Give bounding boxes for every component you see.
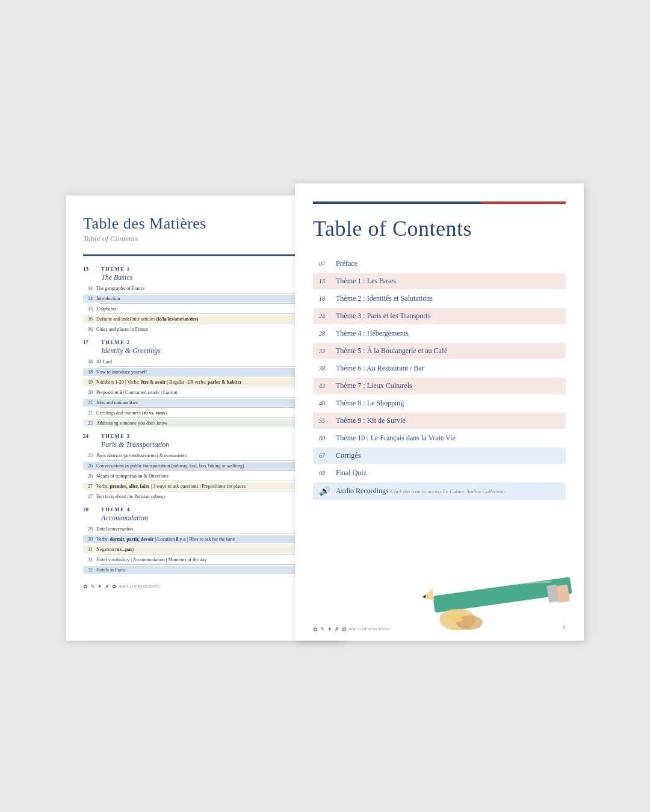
table-row: 26 Means of transportation & Directions (83, 472, 326, 480)
right-page: Table of Contents 07 Préface 13 Thème 1 … (295, 183, 584, 641)
list-item: 18 Thème 2 : Identités et Salutations (313, 291, 566, 307)
table-row: 21 Jobs and nationalities (83, 399, 326, 407)
table-row: 27 Verbs: prendre, aller, faire | 3 ways… (83, 482, 326, 490)
theme-1-label: THEME 1 (101, 266, 131, 272)
list-item: 43 Thème 7 : Lieux Culturels (313, 378, 566, 394)
theme-3-section: 24 THEME 3 Paris & Transportation 25 Par… (83, 433, 326, 500)
table-row: 29 Hotel conversation (83, 525, 326, 533)
theme-4-section: 28 THEME 4 Accommodation 29 Hotel conver… (83, 506, 326, 574)
right-accent-bar (313, 201, 566, 204)
right-footer: ✿ ✎ ✦ ✗ ✿ #HELLOFRENCHNYC ii (313, 621, 566, 632)
left-page-subtitle: Table of Contents (83, 234, 326, 244)
theme-2-section: 17 THEME 2 Identity & Greetings 18 ID Ca… (83, 339, 326, 427)
theme-1-header: 13 THEME 1 (83, 266, 326, 272)
theme-2-number: 17 (83, 339, 96, 345)
svg-marker-3 (422, 589, 435, 602)
list-item: 33 Thème 5 : À la Boulangerie et au Café (313, 343, 566, 359)
list-item: 67 Corrigés (313, 448, 566, 464)
list-item: 28 Thème 4 : Hébergements (313, 325, 566, 342)
table-row: 16 Cities and places in France (83, 325, 326, 333)
table-row: 22 Greetings and manners (tu vs. vous) (83, 409, 326, 417)
list-item: 48 Thème 8 : Le Shopping (313, 395, 566, 411)
table-row: 32 Hotels in Paris (83, 566, 326, 574)
theme-1-title: The Basics (101, 273, 326, 282)
table-row: 18 How to introduce yourself (83, 368, 326, 376)
table-row: 15 L'alphabet (83, 305, 326, 313)
theme-3-title: Paris & Transportation (101, 440, 326, 449)
theme-4-label: THEME 4 (101, 506, 131, 512)
list-item: 24 Thème 3 : Paris et les Transports (313, 308, 566, 324)
left-page-title: Table des Matières (83, 215, 326, 233)
theme-1-number: 13 (83, 266, 96, 272)
table-row: 14 Introduction (83, 295, 326, 303)
table-row: 20 Preposition à | Contracted article | … (83, 389, 326, 396)
right-toc-list: 07 Préface 13 Thème 1 : Les Bases 18 Thè… (313, 256, 566, 500)
theme-3-label: THEME 3 (101, 433, 131, 439)
pages-container: Table des Matières Table of Contents 13 … (66, 183, 584, 653)
list-item: 07 Préface (313, 256, 566, 272)
list-item: 68 Final Quiz (313, 465, 566, 481)
table-row: 19 Numbers 1-20 | Verbs: être & avoir | … (83, 378, 326, 386)
theme-2-header: 17 THEME 2 (83, 339, 326, 345)
table-row: 18 ID Card (83, 358, 326, 366)
accent-bar (83, 254, 326, 256)
table-row: 23 Addressing someone you don't know (83, 419, 326, 427)
list-item: 55 Thème 9 : Kit de Survie (313, 413, 566, 429)
theme-4-number: 28 (83, 506, 96, 512)
theme-1-section: 13 THEME 1 The Basics 14 The geography o… (83, 266, 326, 333)
right-page-number: ii (563, 624, 566, 630)
table-row: 14 The geography of France (83, 285, 326, 292)
table-row: 31 Hotel vocabulary | Accommodation | Mo… (83, 556, 326, 564)
list-item: 13 Thème 1 : Les Bases (313, 273, 566, 289)
list-item: 38 Thème 6 : Au Restaurant / Bar (313, 360, 566, 377)
right-page-title: Table of Contents (313, 216, 566, 241)
table-row: 31 Negation (ne...pas) (83, 546, 326, 553)
table-row: 16 Definite and indefinite articles (le/… (83, 315, 326, 323)
table-row: 25 Paris districts (arrondissements) & m… (83, 452, 326, 460)
theme-2-label: THEME 2 (101, 339, 131, 345)
theme-3-header: 24 THEME 3 (83, 433, 326, 439)
left-social-bar: ✿ ✎ ✦ ✗ ✿ #HELLOFRENCHNYC (83, 583, 326, 589)
theme-3-number: 24 (83, 433, 96, 439)
right-social-hashtag: #HELLOFRENCHNYC (349, 627, 391, 632)
table-row: 30 Verbs: dormir, partir, devoir | Locut… (83, 535, 326, 543)
theme-4-header: 28 THEME 4 (83, 506, 326, 512)
left-social-hashtag: #HELLOFRENCHNYC (119, 584, 161, 589)
table-row: 26 Conversations in public transportatio… (83, 462, 326, 470)
list-item-audio: 🔊 Audio Recordings Click the icon to acc… (313, 482, 566, 500)
table-row: 27 Fun facts about the Parisian subway (83, 493, 326, 500)
theme-4-title: Accommodation (101, 514, 326, 523)
right-social-bar: ✿ ✎ ✦ ✗ ✿ #HELLOFRENCHNYC (313, 626, 391, 632)
theme-2-title: Identity & Greetings (101, 346, 326, 355)
list-item: 60 Thème 10 : Le Français dans la Vraie … (313, 430, 566, 446)
